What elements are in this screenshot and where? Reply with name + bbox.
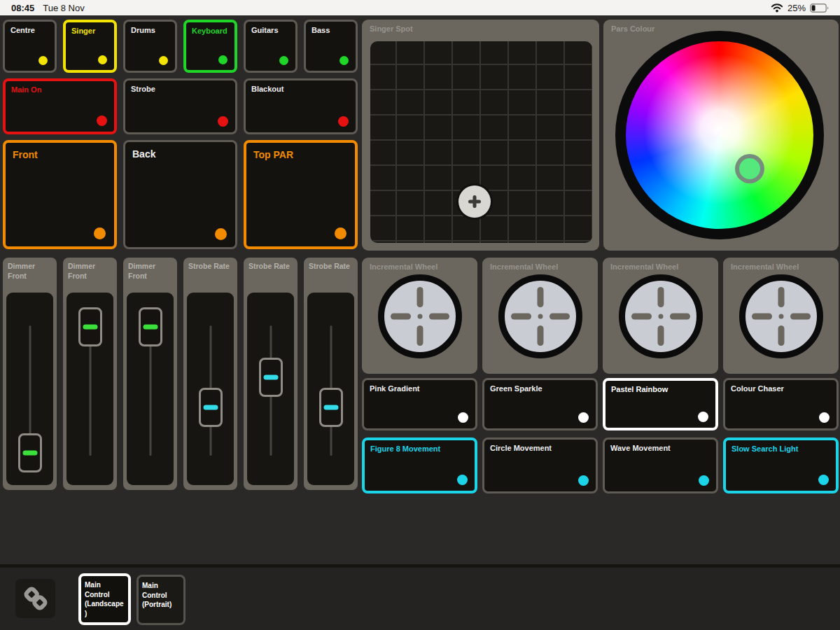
scene-button-keyboard[interactable]: Keyboard	[183, 20, 237, 73]
button-label: Slow Search Light	[732, 444, 798, 454]
button-label: Drums	[131, 26, 155, 35]
colour-wheel-pars[interactable]	[615, 31, 824, 239]
scene-button-drums[interactable]: Drums	[123, 20, 177, 73]
preset-button-colour-chaser[interactable]: Colour Chaser	[723, 378, 839, 430]
incremental-wheel-panel-2: Incremental Wheel	[482, 258, 598, 374]
wheel-mark	[550, 314, 570, 320]
fader-track-area[interactable]	[247, 293, 294, 485]
master-button-strobe[interactable]: Strobe	[123, 78, 237, 134]
position-button-back[interactable]: Back	[123, 140, 237, 249]
panel-label: Pars Colour	[611, 24, 654, 34]
wheel-mark	[790, 314, 811, 320]
button-label: Back	[132, 148, 155, 160]
incremental-wheel[interactable]	[619, 274, 703, 358]
wifi-icon	[771, 3, 783, 13]
wheel-mark	[391, 314, 411, 320]
button-label: Singer	[71, 27, 95, 36]
fader-label: Dimmer Front	[8, 262, 35, 281]
clock-label: 08:45	[11, 3, 34, 13]
button-label: Pastel Rainbow	[611, 385, 668, 394]
wheel-mark	[670, 314, 690, 320]
button-label: Blackout	[251, 85, 284, 94]
master-button-main-on[interactable]: Main On	[3, 78, 117, 134]
fader-led	[203, 405, 218, 410]
colour-wheel-panel-pars: Pars Colour	[603, 20, 839, 251]
button-label: Top PAR	[253, 149, 293, 161]
wheel-mark	[631, 314, 652, 320]
status-dot	[458, 412, 468, 423]
incremental-wheel-panel-4: Incremental Wheel	[723, 258, 839, 374]
page-button-main-control-portrait[interactable]: Main Control (Portrait)	[136, 575, 186, 625]
lighting-control-app: 08:45 Tue 8 Nov 25% Ce	[0, 0, 840, 630]
fader-handle[interactable]	[319, 388, 343, 427]
status-dot	[159, 56, 168, 65]
status-dot	[98, 55, 107, 64]
position-button-front[interactable]: Front	[3, 140, 117, 249]
fader-handle[interactable]	[199, 388, 223, 427]
status-dot	[97, 115, 107, 126]
button-label: Figure 8 Movement	[370, 444, 440, 454]
fader-handle[interactable]	[78, 307, 102, 346]
preset-button-figure-8-movement[interactable]: Figure 8 Movement	[362, 438, 477, 493]
status-dot	[699, 475, 709, 486]
panel-label: Singer Spot	[370, 24, 413, 34]
wheel-mark	[429, 314, 449, 320]
fader-track-area[interactable]	[187, 293, 234, 485]
preset-button-pink-gradient[interactable]: Pink Gradient	[362, 378, 477, 430]
button-label: Green Sparkle	[490, 384, 542, 393]
incremental-wheel[interactable]	[739, 274, 823, 358]
panel-label: Incremental Wheel	[731, 262, 799, 272]
status-dot	[218, 55, 227, 64]
button-label: Bass	[312, 26, 330, 35]
status-dot	[340, 56, 349, 65]
fader-track-area[interactable]	[307, 293, 354, 485]
scene-button-guitars[interactable]: Guitars	[244, 20, 298, 73]
fader-led	[83, 324, 97, 329]
fader-handle[interactable]	[259, 358, 283, 397]
preset-button-green-sparkle[interactable]: Green Sparkle	[482, 378, 598, 430]
fader-strobe-rate-2: Strobe Rate	[244, 258, 298, 490]
preset-button-slow-search-light[interactable]: Slow Search Light	[723, 438, 839, 493]
wheel-center-dot	[538, 314, 542, 319]
battery-icon	[810, 4, 829, 13]
incremental-wheel-row: Incremental Wheel Incremental Wheel Incr…	[362, 258, 839, 374]
scene-button-singer[interactable]: Singer	[63, 20, 117, 73]
panel-label: Incremental Wheel	[370, 262, 438, 272]
fader-label: Dimmer Front	[128, 262, 155, 281]
panel-label: Incremental Wheel	[490, 262, 558, 272]
scene-button-centre[interactable]: Centre	[3, 20, 57, 73]
fader-track-area[interactable]	[66, 293, 113, 485]
scene-button-bass[interactable]: Bass	[304, 20, 358, 73]
page-button-main-control-landscape[interactable]: Main Control (Landscape)	[78, 573, 131, 625]
incremental-wheel[interactable]	[498, 274, 582, 358]
link-button[interactable]	[15, 579, 55, 618]
page-button-label: Main Control (Landscape)	[85, 581, 124, 617]
xy-pad-singer-spot[interactable]	[369, 40, 594, 244]
status-dot	[457, 475, 468, 485]
plus-icon	[468, 195, 482, 209]
xy-pad-panel-singer-spot: Singer Spot	[362, 20, 599, 251]
fader-label: Strobe Rate	[188, 262, 230, 272]
xy-pad-handle[interactable]	[458, 186, 491, 218]
wheel-mark	[778, 287, 784, 307]
fader-track-area[interactable]	[127, 293, 174, 485]
fader-track-area[interactable]	[6, 293, 53, 485]
position-button-row: Front Back Top PAR	[3, 140, 358, 249]
preset-button-pastel-rainbow[interactable]: Pastel Rainbow	[603, 378, 718, 430]
status-dot	[335, 227, 346, 239]
button-label: Main On	[11, 85, 41, 94]
button-label: Strobe	[131, 85, 155, 94]
fader-handle[interactable]	[139, 307, 162, 346]
wheel-mark	[778, 326, 784, 346]
incremental-wheel[interactable]	[378, 274, 462, 358]
master-button-blackout[interactable]: Blackout	[244, 78, 358, 134]
preset-button-wave-movement[interactable]: Wave Movement	[603, 438, 718, 493]
position-button-top-par[interactable]: Top PAR	[244, 140, 358, 249]
wheel-center-dot	[417, 314, 422, 319]
preset-button-circle-movement[interactable]: Circle Movement	[482, 438, 598, 493]
chain-link-icon	[22, 584, 50, 612]
status-dot	[94, 227, 106, 239]
fader-handle[interactable]	[18, 433, 42, 472]
wheel-center-dot	[778, 314, 783, 319]
colour-wheel-selector[interactable]	[735, 154, 764, 183]
